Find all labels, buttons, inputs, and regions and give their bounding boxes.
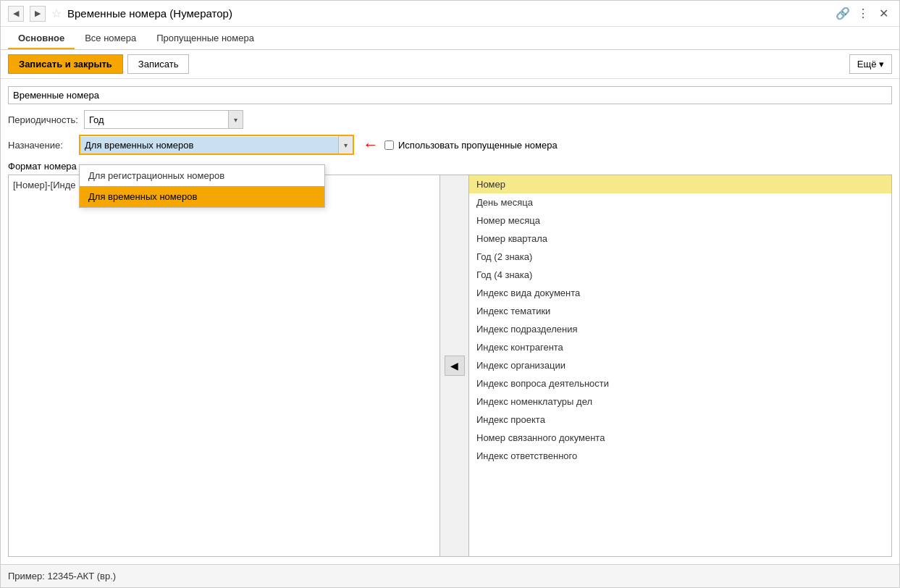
destination-input[interactable] [80, 137, 338, 154]
toolbar: Записать и закрыть Записать Ещё ▾ [1, 50, 899, 79]
periodicity-dropdown-arrow[interactable]: ▾ [228, 111, 243, 128]
use-missed-label: Использовать пропущенные номера [398, 140, 558, 151]
destination-row: Назначение: ▾ ← Использовать пропущенные… [8, 135, 892, 155]
right-list-item-ind_proj[interactable]: Индекс проекта [469, 411, 891, 429]
save-button[interactable]: Записать [127, 54, 190, 74]
right-list-item-ind_otv[interactable]: Индекс ответственного [469, 447, 891, 465]
format-left-value: [Номер]-[Инде [13, 180, 76, 190]
name-row [8, 86, 892, 104]
right-list-item-nom_sv[interactable]: Номер связанного документа [469, 429, 891, 447]
insert-arrow-button[interactable]: ◀ [445, 356, 465, 376]
right-list-item-ind_org[interactable]: Индекс организации [469, 356, 891, 374]
destination-label: Назначение: [8, 140, 73, 151]
right-list-item-nom_mes[interactable]: Номер месяца [469, 211, 891, 230]
right-list-item-ind_pod[interactable]: Индекс подразделения [469, 320, 891, 338]
tabs-bar: Основное Все номера Пропущенные номера [1, 27, 899, 50]
periodicity-row: Периодичность: ▾ [8, 110, 892, 129]
content-area: Периодичность: ▾ Назначение: ▾ ← Использ… [1, 79, 899, 564]
forward-button[interactable]: ▶ [30, 6, 46, 22]
format-left-panel[interactable]: [Номер]-[Инде [9, 175, 440, 556]
right-list-item-den[interactable]: День месяца [469, 193, 891, 211]
arrow-indicator: ← [363, 135, 379, 154]
window-title: Временные номера (Нумератор) [67, 7, 828, 20]
back-button[interactable]: ◀ [8, 6, 24, 22]
right-list-item-god2[interactable]: Год (2 знака) [469, 248, 891, 266]
title-bar: ◀ ▶ ☆ Временные номера (Нумератор) 🔗 ⋮ ✕ [1, 1, 899, 27]
title-actions: 🔗 ⋮ ✕ [834, 5, 892, 22]
close-icon[interactable]: ✕ [875, 5, 892, 22]
tab-main[interactable]: Основное [8, 28, 75, 49]
menu-icon[interactable]: ⋮ [854, 5, 872, 22]
tab-all[interactable]: Все номера [75, 28, 146, 49]
right-list-item-nom_kv[interactable]: Номер квартала [469, 230, 891, 248]
destination-dropdown: Для регистрационных номеровДля временных… [79, 164, 325, 208]
right-list-item-ind_vid[interactable]: Индекс вида документа [469, 284, 891, 302]
right-list-item-ind_kon[interactable]: Индекс контрагента [469, 338, 891, 356]
use-missed-row: Использовать пропущенные номера [384, 140, 558, 151]
main-window: ◀ ▶ ☆ Временные номера (Нумератор) 🔗 ⋮ ✕… [0, 0, 900, 588]
right-list-item-ind_tem[interactable]: Индекс тематики [469, 302, 891, 320]
format-section: Формат номера [Номер]-[Инде ◀ НомерДень … [8, 161, 892, 557]
destination-select-wrapper: ▾ [79, 135, 354, 155]
bottom-bar: Пример: 12345-АКТ (вр.) [1, 564, 899, 587]
periodicity-select-wrapper: ▾ [84, 110, 243, 129]
right-list-item-ind_nom[interactable]: Индекс номенклатуры дел [469, 392, 891, 411]
favorite-icon[interactable]: ☆ [51, 7, 62, 20]
more-button[interactable]: Ещё ▾ [849, 54, 892, 74]
tab-missed[interactable]: Пропущенные номера [146, 28, 264, 49]
right-list-item-nomer[interactable]: Номер [469, 175, 891, 193]
save-close-button[interactable]: Записать и закрыть [8, 54, 123, 74]
right-list-item-ind_vopr[interactable]: Индекс вопроса деятельности [469, 374, 891, 392]
periodicity-input[interactable] [85, 112, 228, 128]
example-label: Пример: 12345-АКТ (вр.) [8, 571, 116, 581]
destination-dropdown-arrow[interactable]: ▾ [338, 136, 353, 154]
format-content-area: [Номер]-[Инде ◀ НомерДень месяцаНомер ме… [8, 175, 892, 557]
periodicity-label: Периодичность: [8, 114, 78, 125]
link-icon[interactable]: 🔗 [834, 5, 851, 22]
name-input[interactable] [8, 86, 892, 104]
format-middle-panel: ◀ [440, 175, 469, 556]
format-right-panel: НомерДень месяцаНомер месяцаНомер кварта… [469, 175, 891, 556]
right-list-item-god4[interactable]: Год (4 знака) [469, 266, 891, 284]
dropdown-item-reg[interactable]: Для регистрационных номеров [80, 165, 324, 186]
dropdown-item-temp[interactable]: Для временных номеров [80, 186, 324, 207]
use-missed-checkbox[interactable] [384, 140, 394, 150]
